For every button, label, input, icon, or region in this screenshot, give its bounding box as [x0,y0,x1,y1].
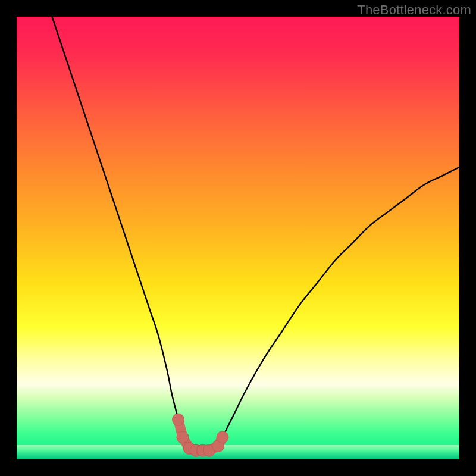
plot-area [17,17,459,459]
bottleneck-curve-path [52,17,459,450]
curve-marker [217,431,228,443]
chart-frame: TheBottleneck.com [0,0,476,476]
curve-marker [173,414,184,425]
curve-markers [173,414,228,456]
watermark-text: TheBottleneck.com [357,2,471,18]
curve-marker [177,431,189,443]
bottleneck-curve-svg [17,17,459,459]
